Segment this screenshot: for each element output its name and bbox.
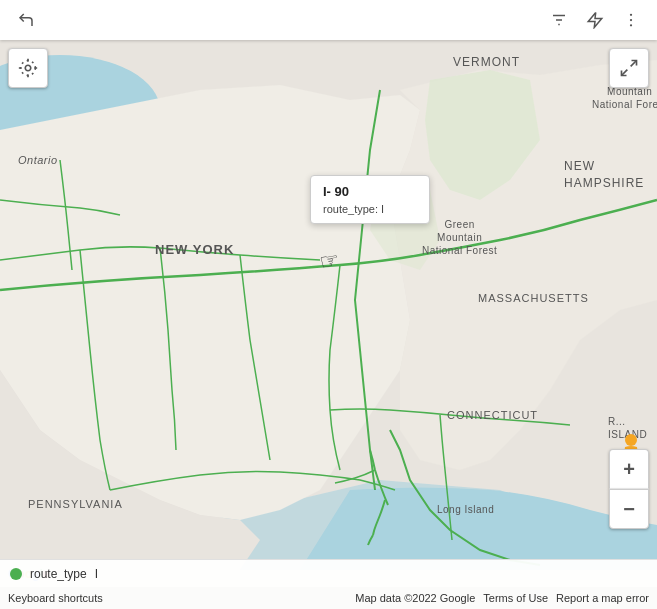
zoom-controls: + − <box>609 449 649 529</box>
tooltip-route-type: route_type: I <box>323 203 417 215</box>
svg-point-5 <box>630 24 632 26</box>
toolbar <box>0 0 657 40</box>
svg-line-12 <box>622 70 628 76</box>
toolbar-right <box>545 6 645 34</box>
legend-value-label: I <box>95 567 98 581</box>
legend-bar: route_type I <box>0 559 657 587</box>
map-container: VERMONT WhiteMountainNational Forest NEW… <box>0 0 657 609</box>
keyboard-shortcuts-link[interactable]: Keyboard shortcuts <box>8 592 103 604</box>
zoom-out-button[interactable]: − <box>609 489 649 529</box>
svg-line-11 <box>631 61 637 67</box>
svg-point-10 <box>21 61 36 76</box>
fullscreen-button[interactable] <box>609 48 649 88</box>
zoom-in-button[interactable]: + <box>609 449 649 489</box>
legend-dot <box>10 568 22 580</box>
map-tooltip: I- 90 route_type: I <box>310 175 430 224</box>
undo-button[interactable] <box>12 6 40 34</box>
bottom-left: Keyboard shortcuts <box>8 592 103 604</box>
filter-button[interactable] <box>545 6 573 34</box>
location-button[interactable] <box>8 48 48 88</box>
terms-link[interactable]: Terms of Use <box>483 592 548 604</box>
tooltip-title: I- 90 <box>323 184 417 199</box>
svg-point-3 <box>630 14 632 16</box>
bottom-bar: Keyboard shortcuts Map data ©2022 Google… <box>0 587 657 609</box>
svg-point-9 <box>25 65 31 71</box>
toolbar-left <box>12 6 40 34</box>
report-link[interactable]: Report a map error <box>556 592 649 604</box>
legend-type-label: route_type <box>30 567 87 581</box>
map-data-label: Map data ©2022 Google <box>355 592 475 604</box>
svg-point-13 <box>625 434 637 446</box>
map-svg <box>0 0 657 609</box>
svg-point-4 <box>630 19 632 21</box>
lightning-button[interactable] <box>581 6 609 34</box>
more-button[interactable] <box>617 6 645 34</box>
bottom-right: Map data ©2022 Google Terms of Use Repor… <box>355 592 649 604</box>
